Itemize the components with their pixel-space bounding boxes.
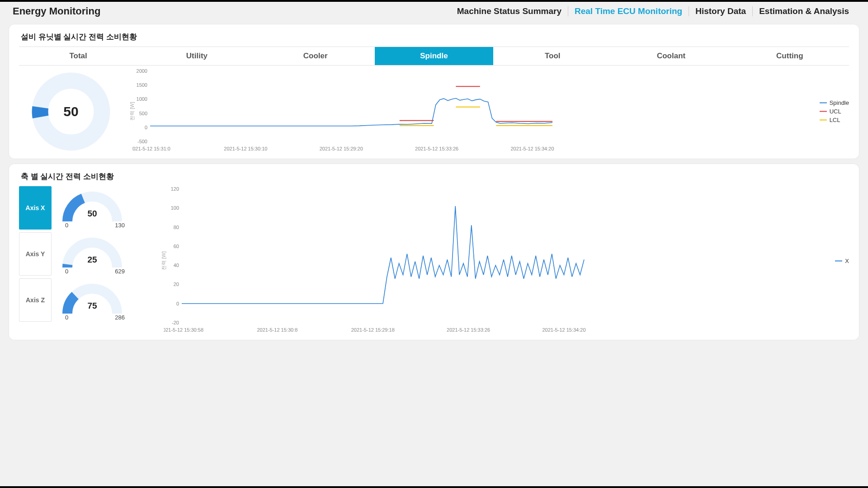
svg-text:120: 120	[171, 186, 179, 192]
unit-card-title: 설비 유닛별 실시간 전력 소비현황	[19, 31, 658, 47]
svg-text:0: 0	[145, 125, 147, 130]
gauge-axis-x: 500130	[56, 186, 128, 230]
svg-text:2021-5-12 15:33:26: 2021-5-12 15:33:26	[447, 327, 490, 333]
spindle-chart: 전력 [W] -50005001000150020002021-5-12 15:…	[123, 68, 658, 154]
svg-text:2021-5-12 15:34:20: 2021-5-12 15:34:20	[510, 146, 554, 151]
app-title: Energy Monitoring	[13, 5, 100, 17]
axis-selector-panel: Axis X500130Axis Y250629Axis Z750286	[19, 186, 155, 322]
svg-text:20: 20	[174, 282, 179, 287]
gauge-axis-z: 750286	[56, 278, 128, 322]
svg-text:2021-5-12 15:29:18: 2021-5-12 15:29:18	[351, 327, 395, 333]
tab-cooler[interactable]: Cooler	[256, 47, 375, 65]
svg-text:2021-5-12 15:30:58: 2021-5-12 15:30:58	[164, 327, 203, 333]
gauge-axis-y: 250629	[56, 232, 128, 276]
svg-text:500: 500	[139, 111, 147, 116]
axis-power-card: 축 별 실시간 전력 소비현황 Axis X500130Axis Y250629…	[9, 164, 658, 340]
axis-x-chart: 전력 [W] -200204060801001202021-5-12 15:30…	[155, 186, 658, 335]
svg-text:1000: 1000	[137, 96, 147, 102]
unit-power-card: 설비 유닛별 실시간 전력 소비현황 TotalUtilityCoolerSpi…	[9, 24, 658, 159]
svg-text:2021-5-12 15:30:8: 2021-5-12 15:30:8	[257, 327, 297, 333]
svg-text:100: 100	[171, 205, 179, 211]
svg-text:80: 80	[174, 225, 179, 230]
svg-text:2021-5-12 15:31:0: 2021-5-12 15:31:0	[132, 146, 170, 151]
nav-item-machine-status-summary[interactable]: Machine Status Summary	[451, 6, 568, 16]
tab-spindle[interactable]: Spindle	[375, 47, 493, 65]
spindle-ylabel: 전력 [W]	[129, 102, 136, 121]
axis-button-axis-z[interactable]: Axis Z	[19, 278, 52, 322]
tab-total[interactable]: Total	[19, 47, 137, 65]
svg-text:-20: -20	[172, 320, 179, 325]
svg-text:-500: -500	[137, 139, 147, 144]
tab-utility[interactable]: Utility	[137, 47, 256, 65]
svg-text:40: 40	[174, 263, 179, 268]
tab-tool[interactable]: Tool	[493, 47, 612, 65]
axis-button-axis-x[interactable]: Axis X	[19, 186, 52, 230]
svg-text:60: 60	[174, 244, 179, 249]
spindle-donut: 50	[19, 68, 123, 152]
svg-text:2021-5-12 15:33:26: 2021-5-12 15:33:26	[415, 146, 458, 151]
nav-item-real-time-ecu-monitoring[interactable]: Real Time ECU Monitoring	[568, 6, 658, 16]
axis-ylabel: 전력 [W]	[160, 251, 167, 270]
axis-card-title: 축 별 실시간 전력 소비현황	[19, 170, 658, 186]
main-nav: Machine Status SummaryReal Time ECU Moni…	[451, 6, 658, 16]
donut-value: 50	[63, 104, 78, 119]
svg-text:2000: 2000	[137, 68, 147, 74]
axis-button-axis-y[interactable]: Axis Y	[19, 232, 52, 276]
unit-tabs: TotalUtilityCoolerSpindleToolCoolantCutt…	[19, 47, 658, 66]
svg-text:2021-5-12 15:34:20: 2021-5-12 15:34:20	[542, 327, 585, 333]
tab-coolant[interactable]: Coolant	[612, 47, 658, 65]
svg-text:0: 0	[176, 301, 179, 306]
svg-text:2021-5-12 15:30:10: 2021-5-12 15:30:10	[224, 146, 267, 151]
svg-text:1500: 1500	[137, 82, 147, 88]
svg-text:2021-5-12 15:29:20: 2021-5-12 15:29:20	[320, 146, 363, 151]
